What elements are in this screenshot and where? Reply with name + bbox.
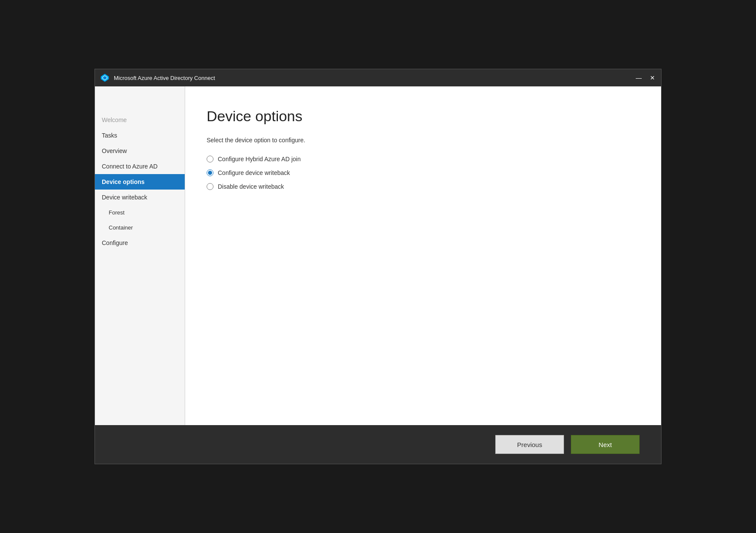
content-area: Device options Select the device option … (185, 86, 661, 425)
close-button[interactable]: ✕ (649, 74, 656, 81)
sidebar-item-device-writeback[interactable]: Device writeback (95, 190, 185, 205)
radio-hybrid-join-input[interactable] (207, 156, 213, 162)
sidebar-item-welcome[interactable]: Welcome (95, 112, 185, 128)
sidebar-item-forest[interactable]: Forest (95, 205, 185, 220)
radio-disable-writeback[interactable]: Disable device writeback (207, 183, 640, 190)
next-button[interactable]: Next (571, 435, 640, 454)
main-window: Microsoft Azure Active Directory Connect… (94, 69, 662, 464)
previous-button[interactable]: Previous (495, 435, 564, 454)
page-title: Device options (207, 108, 640, 125)
radio-hybrid-join[interactable]: Configure Hybrid Azure AD join (207, 156, 640, 162)
radio-disable-writeback-input[interactable] (207, 183, 213, 190)
footer: Previous Next (95, 425, 661, 464)
device-options-group: Configure Hybrid Azure AD join Configure… (207, 156, 640, 190)
radio-device-writeback-input[interactable] (207, 169, 213, 176)
radio-device-writeback[interactable]: Configure device writeback (207, 169, 640, 176)
subtitle: Select the device option to configure. (207, 137, 640, 144)
sidebar-item-connect-azure-ad[interactable]: Connect to Azure AD (95, 159, 185, 174)
sidebar-item-tasks[interactable]: Tasks (95, 128, 185, 143)
window-controls: — ✕ (635, 74, 656, 81)
sidebar: Welcome Tasks Overview Connect to Azure … (95, 86, 185, 425)
sidebar-item-container[interactable]: Container (95, 220, 185, 235)
app-icon (100, 73, 110, 83)
minimize-button[interactable]: — (635, 74, 642, 81)
window-title: Microsoft Azure Active Directory Connect (114, 75, 635, 81)
sidebar-item-configure[interactable]: Configure (95, 235, 185, 251)
titlebar: Microsoft Azure Active Directory Connect… (95, 69, 661, 86)
sidebar-item-overview[interactable]: Overview (95, 143, 185, 159)
sidebar-item-device-options[interactable]: Device options (95, 174, 185, 190)
main-content: Welcome Tasks Overview Connect to Azure … (95, 86, 661, 425)
